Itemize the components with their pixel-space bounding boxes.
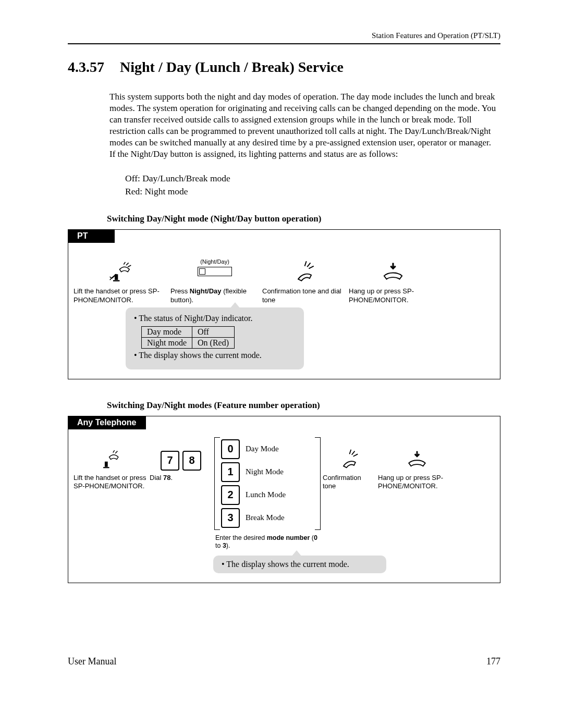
light-off-line: Off: Day/Lunch/Break mode — [125, 172, 500, 185]
any-step2-caption: Dial 78. — [150, 474, 212, 482]
pt-step-lift-handset: Lift the handset or press SP-PHONE/MONIT… — [74, 251, 167, 304]
subheading-pt: Switching Day/Night mode (Night/Day butt… — [107, 214, 500, 224]
any-step-dial-78: 7 8 Dial 78. — [150, 437, 212, 482]
any-enter-mode-caption: Enter the desired mode number (0 to 3). — [215, 534, 320, 550]
keycap-2: 2 — [221, 485, 240, 505]
pt-callout-line1: The status of Night/Day indicator. — [139, 314, 252, 323]
pt-step2-caption: Press Night/Day (flexible button). — [170, 287, 259, 304]
subheading-any: Switching Day/Night modes (Feature numbe… — [107, 400, 500, 411]
handset-hangup-icon — [405, 447, 429, 471]
handset-hangup-icon — [380, 258, 406, 284]
callout-pointer-icon — [230, 302, 240, 309]
any-step-confirmation-tone: Confirmation tone — [323, 437, 375, 491]
pt-step-hang-up: Hang up or press SP-PHONE/MONITOR. — [349, 251, 437, 304]
any-step3-caption: Confirmation tone — [323, 474, 375, 491]
header-rule — [68, 43, 500, 44]
intro-paragraph: This system supports both the night and … — [109, 91, 500, 161]
any-step-lift-handset: Lift the handset or press SP-PHONE/MONIT… — [74, 437, 146, 491]
footer-page-number: 177 — [486, 656, 500, 667]
pt-step-press-nightday: (Night/Day) Press Night/Day (flexible bu… — [170, 251, 259, 304]
keycap-8: 8 — [182, 451, 201, 471]
handset-lift-icon — [107, 258, 133, 284]
pt-callout-line2: The display shows the current mode. — [139, 351, 262, 360]
bracket-left-icon — [214, 437, 220, 530]
pt-step1-caption: Lift the handset or press SP-PHONE/MONIT… — [74, 287, 167, 304]
callout-pointer-icon — [291, 550, 302, 557]
handset-tone-icon — [291, 258, 317, 284]
handset-tone-icon — [337, 447, 361, 471]
section-number: 4.3.57 — [68, 59, 104, 76]
handset-lift-icon — [98, 447, 122, 471]
keycap-0: 0 — [221, 439, 240, 459]
page: Station Features and Operation (PT/SLT) … — [0, 0, 563, 688]
page-footer: User Manual 177 — [68, 656, 500, 667]
any-step-hang-up: Hang up or press SP-PHONE/MONITOR. — [378, 437, 456, 491]
footer-left: User Manual — [68, 656, 116, 667]
section-heading: 4.3.57Night / Day (Lunch / Break) Servic… — [68, 59, 500, 76]
nightday-button-label: (Night/Day) — [200, 258, 229, 266]
any-step4-caption: Hang up or press SP-PHONE/MONITOR. — [378, 474, 456, 491]
running-header: Station Features and Operation (PT/SLT) — [68, 31, 500, 40]
keycap-1: 1 — [221, 462, 240, 482]
light-red-line: Red: Night mode — [125, 185, 500, 198]
any-step-enter-mode: 0Day Mode 1Night Mode 2Lunch Mode 3Break… — [215, 437, 320, 550]
keycap-3: 3 — [221, 508, 240, 528]
section-title-text: Night / Day (Lunch / Break) Service — [120, 59, 344, 75]
indicator-status-table: Day modeOff Night modeOn (Red) — [141, 326, 235, 349]
procedure-box-any: Any Telephone Lift the handset or press … — [68, 416, 500, 583]
pt-step4-caption: Hang up or press SP-PHONE/MONITOR. — [349, 287, 437, 304]
mode-options-list: 0Day Mode 1Night Mode 2Lunch Mode 3Break… — [215, 437, 320, 530]
procedure-tab-pt: PT — [68, 229, 115, 243]
any-callout: • The display shows the current mode. — [213, 556, 386, 573]
pt-step3-caption: Confirmation tone and dial tone — [262, 287, 346, 304]
any-step1-caption: Lift the handset or press SP-PHONE/MONIT… — [74, 474, 146, 491]
flexible-button-icon — [198, 267, 232, 276]
pt-callout: • The status of Night/Day indicator. Day… — [126, 307, 304, 369]
bracket-right-icon — [315, 437, 321, 530]
pt-step-confirmation-tone: Confirmation tone and dial tone — [262, 251, 346, 304]
any-callout-text: The display shows the current mode. — [226, 560, 349, 569]
light-status-list: Off: Day/Lunch/Break mode Red: Night mod… — [125, 172, 500, 199]
procedure-box-pt: PT Lift the handset or press SP-PHONE/MO… — [68, 229, 500, 379]
keycap-7: 7 — [161, 451, 179, 471]
procedure-tab-any: Any Telephone — [68, 416, 146, 429]
